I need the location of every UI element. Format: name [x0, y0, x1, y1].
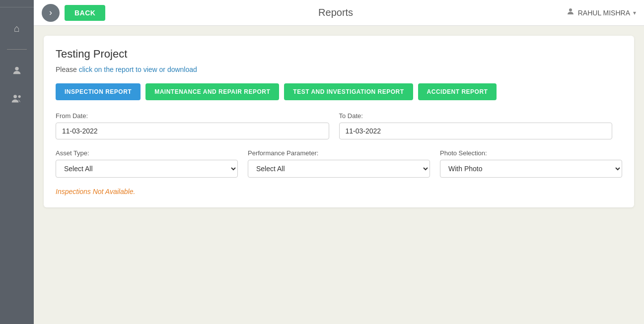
group-icon[interactable] [8, 89, 26, 107]
from-date-label: From Date: [56, 112, 329, 120]
asset-type-group: Asset Type: Select All [56, 149, 238, 178]
from-date-group: From Date: [56, 112, 329, 139]
performance-select[interactable]: Select All [248, 160, 430, 178]
accident-report-button[interactable]: ACCIDENT REPORT [418, 83, 497, 100]
asset-type-select[interactable]: Select All [56, 160, 238, 178]
svg-point-1 [13, 95, 17, 98]
photo-selection-select[interactable]: With Photo Without Photo All [440, 160, 622, 178]
date-row: From Date: To Date: [56, 112, 622, 139]
sidebar: ⌂ [0, 0, 34, 324]
performance-label: Performance Parameter: [248, 149, 430, 157]
report-card: Testing Project Please click on the repo… [44, 36, 634, 207]
to-date-label: To Date: [339, 112, 613, 120]
project-title: Testing Project [56, 48, 622, 61]
sidebar-divider [0, 7, 34, 7]
dropdown-row: Asset Type: Select All Performance Param… [56, 149, 622, 178]
nav-forward-button[interactable]: › [42, 4, 60, 22]
photo-selection-label: Photo Selection: [440, 149, 622, 157]
person-icon[interactable] [8, 62, 26, 79]
instructions-text: Please click on the report to view or do… [56, 65, 622, 73]
from-date-input[interactable] [56, 123, 329, 139]
to-date-group: To Date: [339, 112, 613, 139]
user-dropdown-caret: ▾ [633, 9, 636, 16]
home-icon[interactable]: ⌂ [8, 19, 26, 37]
user-name: RAHUL MISHRA [578, 9, 630, 17]
report-type-buttons: INSPECTION REPORT MAINTENANCE AND REPAIR… [56, 83, 622, 100]
maintenance-report-button[interactable]: MAINTENANCE AND REPAIR REPORT [145, 83, 279, 100]
inspection-report-button[interactable]: INSPECTION REPORT [56, 83, 141, 100]
user-icon [566, 7, 575, 18]
asset-type-label: Asset Type: [56, 149, 238, 157]
page-title: Reports [105, 7, 566, 18]
svg-point-3 [569, 8, 572, 11]
main-content: › BACK Reports RAHUL MISHRA ▾ Testing Pr… [34, 0, 644, 324]
report-link[interactable]: click on the report to view or download [79, 65, 197, 73]
back-button[interactable]: BACK [65, 5, 105, 21]
sidebar-divider-1 [7, 49, 27, 50]
content-area: Testing Project Please click on the repo… [34, 26, 644, 324]
performance-parameter-group: Performance Parameter: Select All [248, 149, 430, 178]
svg-point-2 [18, 95, 21, 98]
svg-point-0 [15, 67, 18, 70]
not-available-status: Inspections Not Available. [56, 188, 622, 195]
header: › BACK Reports RAHUL MISHRA ▾ [34, 0, 644, 26]
to-date-input[interactable] [339, 123, 613, 139]
photo-selection-group: Photo Selection: With Photo Without Phot… [440, 149, 622, 178]
user-menu[interactable]: RAHUL MISHRA ▾ [566, 7, 636, 18]
test-investigation-report-button[interactable]: TEST AND INVESTIGATION REPORT [284, 83, 413, 100]
